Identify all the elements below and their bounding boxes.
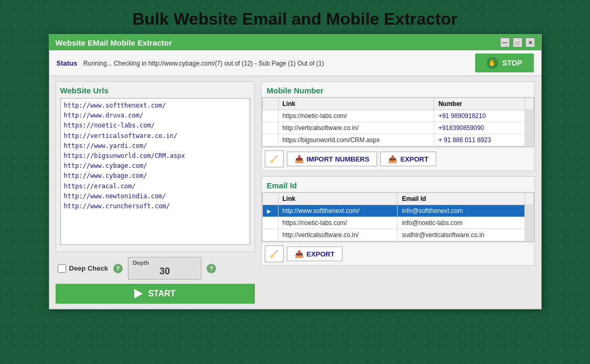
row-arrow: ▶ [262,205,278,217]
scrollbar-cell [524,229,533,241]
deep-check-text: Deep Check [69,264,108,272]
scrollbar-cell [524,110,533,122]
email-table-container: Link Email Id ▶ http://www.softthenext.c… [262,192,534,242]
play-icon [134,289,143,298]
table-row: https://noetic-labs.com/ +91 9890918210 [262,110,533,122]
row-number: + 91 886 011 8923 [434,134,524,146]
mobile-section: Mobile Number Link Number [261,81,535,171]
window-titlebar: Website EMail Mobile Extractor — □ ✕ [49,35,541,50]
row-link: https://bigsunworld.com/CRM.aspx [278,134,434,146]
scrollbar-cell [524,205,533,217]
row-arrow [262,110,278,122]
mobile-col-empty [262,98,278,110]
email-table: Link Email Id ▶ http://www.softthenext.c… [262,192,534,241]
window-title: Website EMail Mobile Extractor [56,38,172,47]
status-label: Status [57,59,78,67]
deep-check-checkbox[interactable] [58,264,66,273]
eraser-icon: 🧹 [270,250,278,258]
mobile-clear-button[interactable]: 🧹 [265,151,284,167]
depth-value: 30 [133,266,197,277]
mobile-col-link: Link [278,98,434,110]
scrollbar-cell [524,122,533,134]
table-row: http://verticalsoftware.co.in/ +91839085… [262,122,533,134]
mobile-section-title: Mobile Number [262,82,534,97]
email-section: Email Id Link Email Id [261,176,535,266]
email-col-email: Email Id [398,193,524,205]
email-scrollbar-col [524,193,533,205]
maximize-button[interactable]: □ [513,38,522,47]
mobile-table: Link Number https://noetic-labs.com/ +91… [262,98,534,146]
row-link: http://www.softthenext.com/ [278,205,398,217]
deep-check-label[interactable]: Deep Check [58,264,108,273]
bottom-controls: Deep Check ? Depth 30 ? [56,257,255,280]
email-table-actions: 🧹 📤 EXPORT [262,242,534,265]
start-label: START [148,289,175,298]
row-number: +918390859090 [434,122,524,134]
email-col-link: Link [278,193,398,205]
stop-button[interactable]: ✋ STOP [475,53,534,72]
deep-check-help-icon[interactable]: ? [113,264,123,273]
depth-box: Depth 30 [128,257,201,280]
export-label: EXPORT [307,250,335,258]
depth-help-icon[interactable]: ? [207,264,216,273]
row-link: http://verticalsoftware.co.in/ [278,229,398,241]
email-clear-button[interactable]: 🧹 [265,245,284,262]
urls-textarea[interactable]: http://www.softthenext.com/ http://www.d… [60,98,250,245]
page-title: Bulk Website Email and Mobile Extractor [0,0,590,34]
export-label: EXPORT [400,155,428,163]
row-link: https://noetic-labs.com/ [278,110,434,122]
row-arrow [262,217,278,229]
row-email: sudhir@verticalsoftware.co.in [398,229,524,241]
eraser-icon: 🧹 [270,155,278,163]
row-link: http://verticalsoftware.co.in/ [278,122,434,134]
email-col-empty [262,193,278,205]
stop-icon: ✋ [487,57,498,69]
mobile-table-actions: 🧹 📥 IMPORT NUMBERS 📤 EXPORT [262,147,534,170]
row-arrow [262,134,278,146]
table-row[interactable]: https://noetic-labs.com/ info@noetic-lab… [262,217,533,229]
mobile-table-header: Link Number [262,98,533,110]
table-row[interactable]: http://verticalsoftware.co.in/ sudhir@ve… [262,229,533,241]
mobile-export-button[interactable]: 📤 EXPORT [380,152,436,166]
status-bar: Status Running... Checking in http://www… [49,50,541,76]
export-icon: 📤 [388,155,397,163]
window-controls: — □ ✕ [500,38,535,47]
row-arrow [262,122,278,134]
email-export-button[interactable]: 📤 EXPORT [287,247,342,261]
table-row[interactable]: ▶ http://www.softthenext.com/ info@softt… [262,205,533,217]
row-link: https://noetic-labs.com/ [278,217,398,229]
import-icon: 📥 [295,155,304,163]
depth-label: Depth [133,260,197,266]
row-number: +91 9890918210 [434,110,524,122]
mobile-scrollbar-col [524,98,533,110]
row-arrow [262,229,278,241]
urls-section: WebSite Urls http://www.softthenext.com/… [56,81,255,252]
export-icon: 📤 [295,250,304,258]
left-panel: WebSite Urls http://www.softthenext.com/… [56,81,255,304]
table-row: https://bigsunworld.com/CRM.aspx + 91 88… [262,134,533,146]
import-numbers-button[interactable]: 📥 IMPORT NUMBERS [287,152,378,166]
row-email: info@noetic-labs.com [398,217,524,229]
app-window: Website EMail Mobile Extractor — □ ✕ Sta… [49,34,542,309]
row-email: info@softthenext.com [398,205,524,217]
mobile-col-number: Number [434,98,524,110]
minimize-button[interactable]: — [500,38,510,47]
mobile-table-container: Link Number https://noetic-labs.com/ +91… [262,97,534,147]
email-table-header: Link Email Id [262,193,533,205]
close-button[interactable]: ✕ [525,38,535,47]
urls-section-title: WebSite Urls [60,86,250,95]
scrollbar-cell [524,217,533,229]
import-label: IMPORT NUMBERS [307,155,370,163]
scrollbar-cell [524,134,533,146]
email-section-title: Email Id [262,177,534,192]
start-button[interactable]: START [56,284,255,304]
right-panel: Mobile Number Link Number [261,81,535,304]
status-text: Running... Checking in http://www.cybage… [83,60,324,67]
main-content: WebSite Urls http://www.softthenext.com/… [49,76,541,309]
status-info: Status Running... Checking in http://www… [57,59,324,67]
